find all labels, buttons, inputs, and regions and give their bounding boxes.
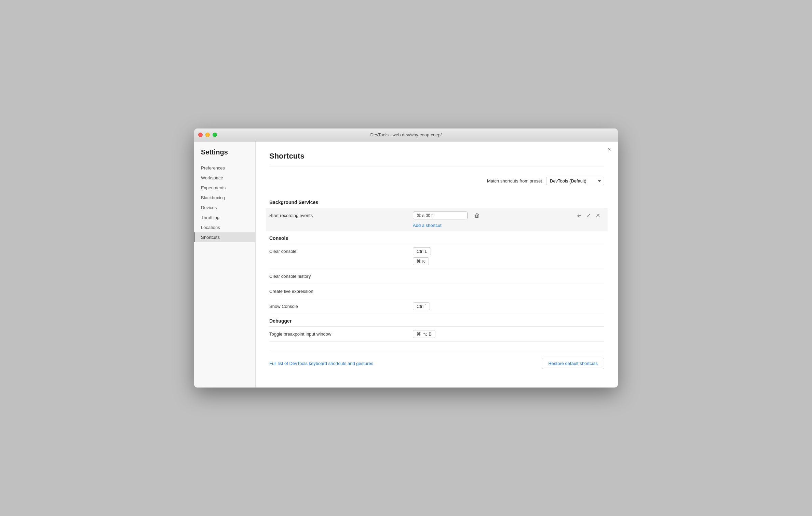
footer: Full list of DevTools keyboard shortcuts… <box>269 352 604 369</box>
sidebar: Settings Preferences Workspace Experimen… <box>194 141 256 388</box>
shortcut-keys-row-ctrl-l: Ctrl L <box>413 247 604 255</box>
cancel-icon: ✕ <box>596 213 600 218</box>
shortcut-keys-row-cmd-opt-b: ⌘ ⌥ B <box>413 330 604 338</box>
key-badge-cmd-s-cmd-f[interactable]: ⌘ s ⌘ f <box>413 212 468 219</box>
shortcut-row-toggle-breakpoint: Toggle breakpoint input window ⌘ ⌥ B <box>269 327 604 342</box>
titlebar: DevTools - web.dev/why-coop-coep/ <box>194 128 618 141</box>
shortcut-name-clear-console-history: Clear console history <box>269 272 413 279</box>
section-header-background-services: Background Services <box>269 195 604 208</box>
shortcut-keys-clear-console: Ctrl L ⌘ K <box>413 247 604 265</box>
shortcut-name-clear-console: Clear console <box>269 247 413 254</box>
sidebar-item-shortcuts[interactable]: Shortcuts <box>194 232 255 242</box>
window-content: Settings Preferences Workspace Experimen… <box>194 141 618 388</box>
shortcut-keys-toggle-breakpoint: ⌘ ⌥ B <box>413 330 604 338</box>
shortcut-row-show-console: Show Console Ctrl ` <box>269 299 604 314</box>
shortcut-row-clear-console-history: Clear console history <box>269 269 604 284</box>
page-title: Shortcuts <box>269 152 604 166</box>
key-badge-ctrl-l: Ctrl L <box>413 247 431 255</box>
shortcut-name-create-live-expression: Create live expression <box>269 287 413 294</box>
preset-label: Match shortcuts from preset <box>487 178 542 184</box>
restore-default-shortcuts-button[interactable]: Restore default shortcuts <box>542 358 604 369</box>
checkmark-icon: ✓ <box>586 213 591 218</box>
key-badge-cmd-opt-b: ⌘ ⌥ B <box>413 330 435 338</box>
sidebar-item-throttling[interactable]: Throttling <box>194 213 255 222</box>
key-badge-cmd-k: ⌘ K <box>413 257 429 265</box>
shortcut-keys-row-1: ⌘ s ⌘ f 🗑 <box>413 212 577 219</box>
section-header-debugger: Debugger <box>269 314 604 327</box>
window-title: DevTools - web.dev/why-coop-coep/ <box>370 132 442 137</box>
close-traffic-light[interactable] <box>198 133 203 137</box>
confirm-edit-button[interactable]: ✓ <box>586 212 592 219</box>
key-badge-ctrl-backtick: Ctrl ` <box>413 302 430 310</box>
shortcut-row-clear-console: Clear console Ctrl L ⌘ K <box>269 244 604 269</box>
shortcut-keys-row-ctrl-backtick: Ctrl ` <box>413 302 604 310</box>
sidebar-heading: Settings <box>194 148 255 163</box>
shortcut-name-show-console: Show Console <box>269 302 413 309</box>
cancel-edit-button[interactable]: ✕ <box>595 212 601 219</box>
shortcut-row-start-recording: Start recording events ⌘ s ⌘ f 🗑 Add a s… <box>266 208 608 231</box>
shortcut-keys-show-console: Ctrl ` <box>413 302 604 310</box>
shortcut-keys-start-recording: ⌘ s ⌘ f 🗑 Add a shortcut <box>413 212 577 228</box>
shortcut-row-create-live-expression: Create live expression <box>269 284 604 299</box>
full-list-link[interactable]: Full list of DevTools keyboard shortcuts… <box>269 361 373 366</box>
undo-edit-button[interactable]: ↩ <box>577 212 582 219</box>
delete-shortcut-button[interactable]: 🗑 <box>472 212 482 219</box>
sidebar-item-locations[interactable]: Locations <box>194 222 255 232</box>
sidebar-item-blackboxing[interactable]: Blackboxing <box>194 193 255 203</box>
edit-actions: ↩ ✓ ✕ <box>577 212 604 219</box>
sidebar-item-devices[interactable]: Devices <box>194 203 255 213</box>
shortcut-name-toggle-breakpoint: Toggle breakpoint input window <box>269 330 413 337</box>
sidebar-item-experiments[interactable]: Experiments <box>194 183 255 193</box>
traffic-lights <box>198 133 217 137</box>
preset-select[interactable]: DevTools (Default) Visual Studio Code <box>546 177 604 185</box>
close-button[interactable]: × <box>607 146 611 152</box>
main-content: × Shortcuts Match shortcuts from preset … <box>256 141 618 388</box>
maximize-traffic-light[interactable] <box>213 133 217 137</box>
devtools-window: DevTools - web.dev/why-coop-coep/ Settin… <box>194 128 618 388</box>
section-header-console: Console <box>269 231 604 244</box>
shortcut-keys-row-cmd-k: ⌘ K <box>413 257 604 265</box>
sidebar-item-workspace[interactable]: Workspace <box>194 173 255 183</box>
add-shortcut-link[interactable]: Add a shortcut <box>413 223 577 228</box>
trash-icon: 🗑 <box>474 213 480 218</box>
minimize-traffic-light[interactable] <box>205 133 210 137</box>
undo-icon: ↩ <box>577 213 582 218</box>
sidebar-item-preferences[interactable]: Preferences <box>194 163 255 173</box>
shortcut-name-start-recording: Start recording events <box>269 212 413 218</box>
preset-row: Match shortcuts from preset DevTools (De… <box>269 177 604 185</box>
